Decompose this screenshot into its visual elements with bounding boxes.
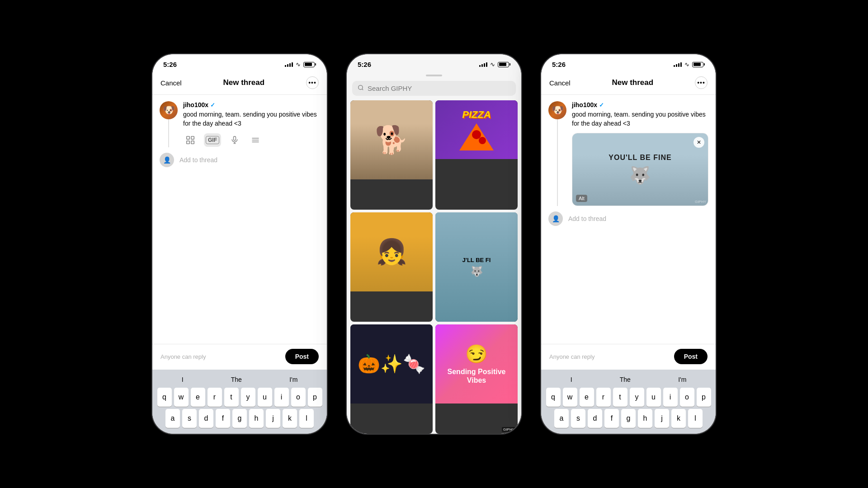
- post-button-left[interactable]: Post: [285, 349, 319, 364]
- more-dots-icon-left: •••: [308, 80, 316, 86]
- keyboard-row-2-right: a s d f g h j k l: [543, 409, 714, 428]
- cancel-button-right[interactable]: Cancel: [549, 79, 571, 87]
- key-k-right[interactable]: k: [671, 409, 686, 428]
- giphy-badge-right: GIPHY: [695, 200, 706, 204]
- key-t-right[interactable]: t: [613, 388, 627, 407]
- key-e-left[interactable]: e: [191, 388, 205, 407]
- nav-header-right: Cancel New thread •••: [541, 71, 716, 95]
- key-d-right[interactable]: d: [588, 409, 602, 428]
- add-thread-text-right[interactable]: Add to thread: [568, 215, 606, 222]
- suggest-i-right[interactable]: I: [567, 374, 576, 385]
- key-a-left[interactable]: a: [165, 409, 180, 428]
- key-l-left[interactable]: l: [299, 409, 314, 428]
- phone-middle: 5:26 ∿: [346, 53, 522, 435]
- suggest-the-left[interactable]: The: [227, 374, 245, 385]
- list-button-left[interactable]: [248, 133, 263, 147]
- key-o-right[interactable]: o: [680, 388, 694, 407]
- key-o-left[interactable]: o: [291, 388, 306, 407]
- nav-header-left: Cancel New thread •••: [152, 71, 327, 95]
- key-p-right[interactable]: p: [697, 388, 711, 407]
- key-y-left[interactable]: y: [241, 388, 255, 407]
- more-button-right[interactable]: •••: [695, 76, 708, 89]
- wifi-icon-right: ∿: [684, 61, 689, 68]
- drag-handle: [426, 75, 442, 76]
- thread-area-right: 🐶 jiho100x ✓ good morning, team. sending…: [541, 95, 716, 344]
- svg-rect-3: [191, 141, 194, 143]
- page-title-left: New thread: [223, 78, 265, 87]
- bottom-bar-left: Anyone can reply Post: [152, 344, 327, 370]
- gif-cell-girl[interactable]: 👧: [350, 212, 433, 322]
- key-g-left[interactable]: g: [232, 409, 247, 428]
- suggest-i-left[interactable]: I: [178, 374, 187, 385]
- gif-cell-halloween[interactable]: 🎃✨🍬: [350, 324, 433, 434]
- key-s-left[interactable]: s: [182, 409, 197, 428]
- status-bar-left: 5:26 ∿: [152, 54, 327, 71]
- svg-rect-0: [187, 136, 189, 139]
- key-w-left[interactable]: w: [174, 388, 189, 407]
- add-thread-row-right: 👤 Add to thread: [548, 211, 708, 226]
- svg-rect-4: [234, 136, 236, 140]
- signal-icon-left: [285, 62, 293, 67]
- add-thread-text-left[interactable]: Add to thread: [179, 156, 217, 164]
- gif-cell-fine[interactable]: J'LL BE FI 🐺: [435, 212, 518, 322]
- suggest-the-right[interactable]: The: [616, 374, 634, 385]
- giphy-badge-vibes: GIPHY: [502, 427, 516, 432]
- avatar-small-right: 👤: [548, 211, 563, 226]
- gif-cell-dog[interactable]: 🐕: [350, 100, 433, 210]
- key-l-right[interactable]: l: [688, 409, 703, 428]
- key-j-left[interactable]: j: [266, 409, 280, 428]
- wifi-icon-left: ∿: [296, 61, 301, 68]
- anyone-reply-left: Anyone can reply: [160, 353, 206, 360]
- key-s-right[interactable]: s: [571, 409, 585, 428]
- key-p-left[interactable]: p: [308, 388, 322, 407]
- key-w-right[interactable]: w: [563, 388, 577, 407]
- key-h-right[interactable]: h: [638, 409, 652, 428]
- key-f-left[interactable]: f: [216, 409, 230, 428]
- gif-close-button[interactable]: ✕: [693, 137, 704, 148]
- key-u-left[interactable]: u: [258, 388, 272, 407]
- keyboard-row-1-left: q w e r t y u i o p: [154, 388, 325, 407]
- key-j-right[interactable]: j: [655, 409, 669, 428]
- key-q-left[interactable]: q: [157, 388, 172, 407]
- signal-icon-right: [674, 62, 682, 67]
- suggest-im-left[interactable]: I'm: [286, 374, 301, 385]
- app-content-left: Cancel New thread ••• 🐶: [152, 71, 327, 434]
- battery-icon-right: [692, 62, 705, 67]
- giphy-search-bar[interactable]: [352, 81, 516, 96]
- svg-point-10: [359, 85, 363, 89]
- key-i-right[interactable]: i: [663, 388, 678, 407]
- username-right: jiho100x ✓: [572, 101, 708, 108]
- suggest-im-right[interactable]: I'm: [675, 374, 690, 385]
- key-k-left[interactable]: k: [283, 409, 297, 428]
- key-u-right[interactable]: u: [646, 388, 661, 407]
- key-i-left[interactable]: i: [274, 388, 289, 407]
- key-y-right[interactable]: y: [630, 388, 644, 407]
- svg-rect-2: [187, 141, 189, 143]
- cancel-button-left[interactable]: Cancel: [160, 79, 182, 87]
- key-a-right[interactable]: a: [554, 409, 569, 428]
- keyboard-row-2-left: a s d f g h j k l: [154, 409, 325, 428]
- more-button-left[interactable]: •••: [306, 76, 319, 89]
- key-g-right[interactable]: g: [621, 409, 636, 428]
- gif-button-left[interactable]: GIF: [204, 133, 221, 147]
- mic-button-left[interactable]: [227, 133, 242, 147]
- key-q-right[interactable]: q: [546, 388, 561, 407]
- bottom-bar-right: Anyone can reply Post: [541, 344, 716, 370]
- gif-cell-pizza[interactable]: PIZZA: [435, 100, 518, 210]
- gif-text-right: YOU'LL BE FINE: [609, 154, 671, 162]
- key-f-right[interactable]: f: [604, 409, 619, 428]
- key-e-right[interactable]: e: [580, 388, 594, 407]
- attach-button-left[interactable]: [183, 133, 198, 147]
- key-r-right[interactable]: r: [596, 388, 611, 407]
- key-d-left[interactable]: d: [199, 409, 213, 428]
- key-r-left[interactable]: r: [208, 388, 222, 407]
- giphy-search-input[interactable]: [368, 84, 510, 92]
- key-t-left[interactable]: t: [224, 388, 239, 407]
- post-button-right[interactable]: Post: [674, 349, 708, 364]
- svg-rect-1: [191, 136, 194, 139]
- gif-cell-vibes[interactable]: 😏 Sending Positive Vibes GIPHY: [435, 324, 518, 434]
- status-icons-left: ∿: [285, 61, 316, 68]
- giphy-grid: 🐕 PIZZA 👧: [347, 100, 521, 434]
- thread-area-left: 🐶 jiho100x ✓ good morning, team. sending…: [152, 95, 327, 344]
- key-h-left[interactable]: h: [249, 409, 264, 428]
